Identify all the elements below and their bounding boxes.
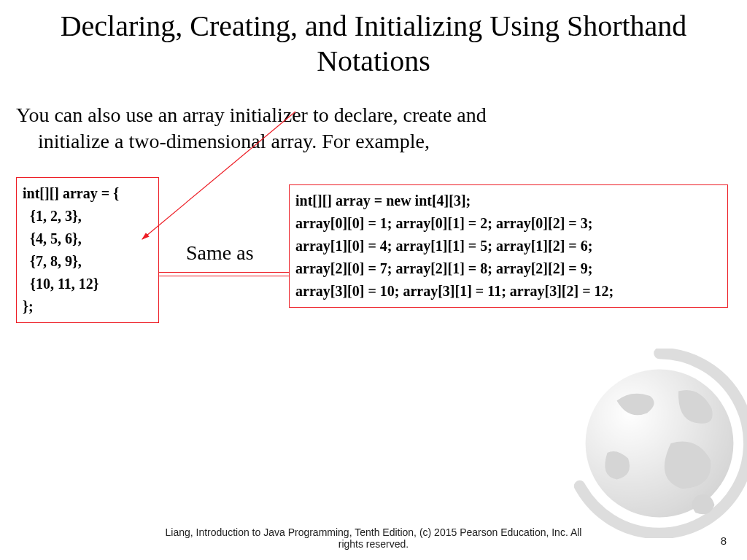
code-line: {4, 5, 6}, xyxy=(23,228,152,250)
svg-point-1 xyxy=(586,370,734,518)
body-paragraph: You can also use an array initializer to… xyxy=(16,102,731,155)
code-line: array[3][0] = 10; array[3][1] = 11; arra… xyxy=(295,280,721,303)
code-line: array[2][0] = 7; array[2][1] = 8; array[… xyxy=(295,257,721,280)
code-line: int[][] array = new int[4][3]; xyxy=(295,190,721,212)
code-box-expanded: int[][] array = new int[4][3]; array[0][… xyxy=(289,184,728,308)
code-line: {7, 8, 9}, xyxy=(23,250,152,273)
globe-watermark-icon xyxy=(565,349,747,538)
code-line: {10, 11, 12} xyxy=(23,273,152,295)
code-line: {1, 2, 3}, xyxy=(23,205,152,228)
code-line: int[][] array = { xyxy=(23,182,152,205)
body-line-1: You can also use an array initializer to… xyxy=(16,104,487,126)
body-line-2: initialize a two-dimensional array. For … xyxy=(16,128,731,155)
code-line: }; xyxy=(23,295,152,318)
footer-line-2: rights reserved. xyxy=(338,538,409,550)
page-number: 8 xyxy=(721,534,727,547)
footer-line-1: Liang, Introduction to Java Programming,… xyxy=(166,526,582,538)
code-line: array[0][0] = 1; array[0][1] = 2; array[… xyxy=(295,212,721,235)
equivalence-connector xyxy=(159,272,289,276)
footer-copyright: Liang, Introduction to Java Programming,… xyxy=(0,526,747,550)
code-line: array[1][0] = 4; array[1][1] = 5; array[… xyxy=(295,235,721,257)
same-as-label: Same as xyxy=(186,241,254,265)
slide-title: Declaring, Creating, and Initializing Us… xyxy=(0,9,747,79)
code-box-shorthand: int[][] array = { {1, 2, 3}, {4, 5, 6}, … xyxy=(16,177,159,323)
